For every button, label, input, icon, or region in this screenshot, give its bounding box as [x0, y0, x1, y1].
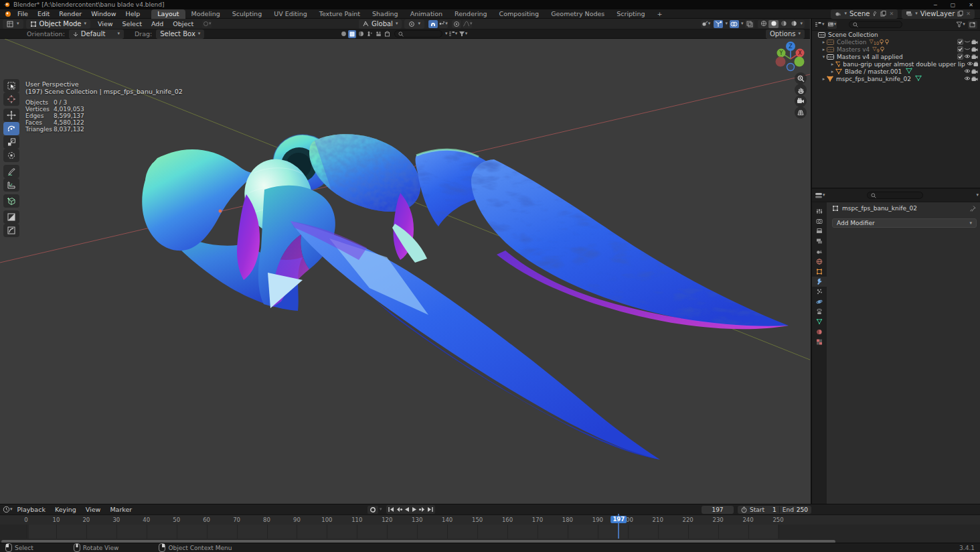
pan-button[interactable]: [795, 84, 807, 96]
unlink-scene-icon[interactable]: ✕: [889, 11, 894, 17]
ortho-toggle-button[interactable]: [795, 107, 807, 119]
timeline-editor-type[interactable]: ▾: [3, 506, 13, 514]
outliner-row[interactable]: ▸Blade / master.001: [812, 68, 980, 75]
properties-search-input[interactable]: [867, 192, 923, 199]
properties-tab-scene[interactable]: [812, 247, 827, 257]
start-value[interactable]: 1: [772, 506, 777, 513]
gizmo-y-neg-axis[interactable]: [795, 57, 805, 67]
end-value[interactable]: 250: [797, 506, 808, 513]
properties-tab-view-layer[interactable]: [812, 236, 827, 247]
tool-select-box[interactable]: [3, 79, 19, 92]
shading-wireframe-button[interactable]: [758, 20, 768, 28]
object-type-visibility[interactable]: ▾: [701, 20, 710, 28]
camera-view-button[interactable]: [795, 95, 807, 107]
tool-measure[interactable]: [3, 178, 19, 192]
eye-icon[interactable]: [964, 54, 971, 59]
mode-selector[interactable]: Object Mode ▾: [26, 19, 91, 29]
tool-annotate[interactable]: [3, 165, 19, 178]
outliner-search-input[interactable]: [849, 21, 902, 28]
filter-meatball-icon[interactable]: [339, 30, 347, 38]
gizmo-x-neg-axis[interactable]: [776, 57, 786, 67]
filter-mesh-toggle[interactable]: [348, 30, 356, 38]
orientation-dropdown[interactable]: Default ▾: [69, 29, 124, 39]
outliner-filter[interactable]: ▾: [956, 21, 965, 29]
timeline-ruler[interactable]: 0102030405060708090100110120130140150160…: [0, 515, 980, 525]
app-menu-file[interactable]: File: [13, 10, 33, 17]
eye-icon[interactable]: [964, 68, 971, 74]
tool-scale[interactable]: [3, 135, 19, 149]
options-dropdown[interactable]: Options ▾: [766, 29, 805, 39]
properties-tab-world[interactable]: [812, 257, 827, 267]
shading-material-button[interactable]: [779, 20, 789, 28]
viewport-menu-object[interactable]: Object: [168, 20, 198, 27]
workspace-tab-animation[interactable]: Animation: [404, 9, 448, 19]
disclosure-triangle[interactable]: ▸: [821, 47, 827, 52]
snap-toggle[interactable]: [428, 20, 438, 28]
add-modifier-button[interactable]: Add Modifier ▾: [832, 218, 977, 228]
render-visibility-icon[interactable]: [973, 62, 978, 67]
timeline-tracks[interactable]: [0, 525, 980, 539]
viewlayer-selector[interactable]: ▾ ViewLayer ✕: [902, 9, 975, 19]
properties-editor-type[interactable]: ▾: [815, 192, 825, 200]
overlays-toggle[interactable]: [730, 20, 739, 28]
collection-visibility-toggle[interactable]: ▾: [202, 20, 212, 28]
new-scene-icon[interactable]: [880, 11, 886, 17]
outliner-row[interactable]: ▸banu-grip upper almost double upper lip…: [812, 60, 980, 68]
tool-search-input[interactable]: [394, 30, 442, 38]
shading-rendered-button[interactable]: [789, 20, 799, 28]
jump-to-start-button[interactable]: [388, 506, 395, 512]
timeline-menu-playback[interactable]: Playback: [13, 506, 50, 513]
transform-orientation-selector[interactable]: Global ▾: [359, 19, 402, 29]
tool-corner-pin[interactable]: [3, 224, 19, 237]
properties-tab-physics[interactable]: [812, 297, 827, 307]
filter-sphere-icon[interactable]: [357, 30, 365, 38]
exclude-checkbox[interactable]: [957, 39, 963, 45]
tool-add-cube[interactable]: [3, 194, 19, 208]
app-menu-render[interactable]: Render: [54, 10, 86, 17]
properties-tab-data[interactable]: [812, 317, 827, 327]
viewport-menu-select[interactable]: Select: [118, 20, 147, 27]
pin-icon[interactable]: [872, 11, 878, 17]
properties-tab-constraints[interactable]: [812, 307, 827, 317]
properties-tab-texture[interactable]: [812, 337, 827, 347]
tool-cursor[interactable]: [3, 92, 19, 106]
disclosure-triangle[interactable]: ▸: [829, 69, 835, 74]
tool-transform[interactable]: [3, 149, 19, 162]
properties-tab-object[interactable]: [812, 267, 827, 277]
viewport-3d[interactable]: Z Y X User Perspective (197) Scene Colle…: [0, 39, 810, 504]
gizmos-toggle[interactable]: [714, 20, 723, 28]
workspace-tab-rendering[interactable]: Rendering: [448, 9, 493, 19]
filter-funnel-selector[interactable]: ▾: [459, 30, 468, 38]
disclosure-triangle[interactable]: ▾: [821, 54, 827, 60]
workspace-tab-shading[interactable]: Shading: [366, 9, 404, 19]
pivot-point-selector[interactable]: ▾: [404, 19, 424, 29]
minimize-button[interactable]: ─: [934, 2, 937, 8]
outliner-row[interactable]: ▸Collection▽10: [812, 38, 980, 46]
jump-to-end-button[interactable]: [426, 506, 434, 512]
workspace-tab-layout[interactable]: Layout: [151, 9, 185, 19]
outliner-scene-filter[interactable]: ▾: [827, 21, 837, 29]
app-menu-help[interactable]: Help: [121, 10, 145, 17]
editor-type-button[interactable]: ▾: [3, 19, 23, 29]
shading-solid-button[interactable]: [768, 20, 779, 28]
new-viewlayer-icon[interactable]: [957, 11, 963, 17]
eye-icon[interactable]: [964, 76, 971, 81]
outliner-row[interactable]: ▸Masters v4▽9: [812, 46, 980, 53]
proportional-editing-toggle[interactable]: [452, 20, 461, 28]
falloff-selector[interactable]: ▾: [463, 20, 473, 28]
navigation-gizmo[interactable]: Z Y X: [776, 42, 805, 71]
snap-settings[interactable]: ▾: [438, 20, 448, 28]
workspace-tab-sculpting[interactable]: Sculpting: [226, 9, 268, 19]
properties-options-chevron[interactable]: ▾: [976, 193, 979, 198]
workspace-tab-geometry-nodes[interactable]: Geometry Nodes: [545, 9, 610, 19]
exclude-checkbox[interactable]: [957, 54, 963, 60]
scene-selector[interactable]: ▾ Scene ✕: [831, 9, 898, 19]
render-visibility-icon[interactable]: [971, 54, 978, 60]
app-menu-edit[interactable]: Edit: [33, 10, 54, 17]
tool-mirror[interactable]: [3, 210, 19, 224]
pin-id-icon[interactable]: [970, 206, 976, 212]
viewport-menu-add[interactable]: Add: [147, 20, 168, 27]
gizmo-z-neg-axis[interactable]: [787, 64, 795, 71]
current-frame-field[interactable]: 197: [702, 506, 734, 514]
eye-icon[interactable]: [967, 61, 973, 66]
